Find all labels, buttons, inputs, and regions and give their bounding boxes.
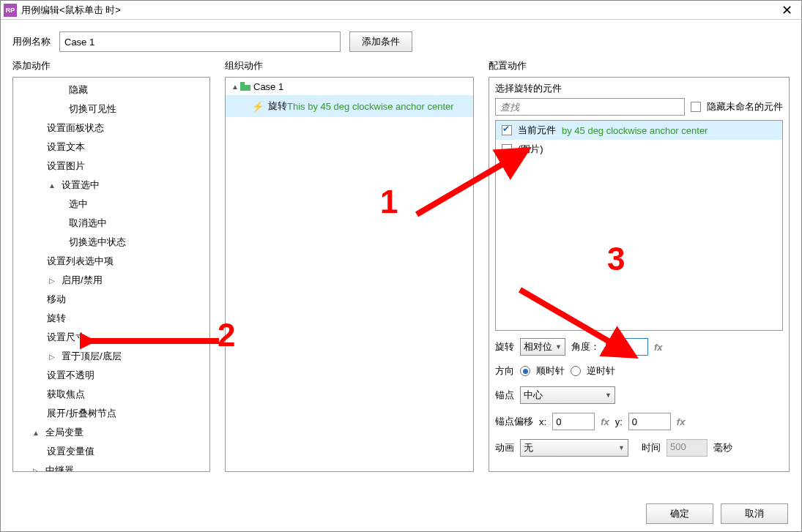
tree-item[interactable]: 移动 (13, 290, 209, 309)
action-verb: 旋转 (268, 100, 287, 113)
fx-button[interactable]: fx (654, 342, 663, 353)
tree-item[interactable]: 切换可见性 (13, 100, 209, 119)
cancel-button[interactable]: 取消 (721, 503, 788, 524)
arrow-2-icon (80, 330, 226, 352)
offset-label: 锚点偏移 (495, 415, 533, 428)
expand-icon: ▷ (31, 467, 41, 473)
action-row[interactable]: ⚡ 旋转 This by 45 deg clockwise anchor cen… (226, 95, 473, 117)
arrow-1-icon (409, 141, 541, 222)
svg-line-0 (417, 150, 527, 214)
arrow-3-icon (509, 279, 648, 367)
widget-desc: by 45 deg clockwise anchor center (562, 125, 708, 136)
tree-item[interactable]: 设置不透明 (13, 366, 209, 385)
tree-item[interactable]: 隐藏 (13, 80, 209, 100)
y-label: y: (615, 416, 623, 427)
tree-item[interactable]: 设置图片 (13, 157, 209, 176)
widget-label: 当前元件 (518, 124, 556, 137)
hide-unnamed-label: 隐藏未命名的元件 (707, 100, 783, 113)
tree-item[interactable]: 设置文本 (13, 138, 209, 157)
anim-label: 动画 (495, 441, 514, 454)
tree-item[interactable]: 取消选中 (13, 214, 209, 233)
svg-line-2 (520, 290, 634, 356)
tree-item[interactable]: 展开/折叠树节点 (13, 404, 209, 423)
tree-group[interactable]: ▷中继器 (13, 461, 209, 472)
case-icon (240, 82, 250, 91)
ccw-radio[interactable] (571, 366, 581, 376)
configure-panel: 选择旋转的元件 隐藏未命名的元件 当前元件 by 45 deg clockwis… (489, 77, 790, 472)
time-label: 时间 (642, 441, 661, 454)
anchor-select[interactable]: 中心▼ (520, 386, 615, 404)
chevron-down-icon: ▼ (605, 391, 612, 399)
widget-search-input[interactable] (495, 98, 685, 116)
app-icon: RP (4, 4, 17, 17)
tree-item[interactable]: 设置列表选中项 (13, 252, 209, 271)
expand-icon: ▷ (47, 353, 57, 361)
widget-row-current[interactable]: 当前元件 by 45 deg clockwise anchor center (496, 121, 782, 140)
anchor-label: 锚点 (495, 389, 514, 402)
close-button[interactable]: ✕ (772, 1, 801, 19)
action-tree-panel: 隐藏 切换可见性 设置面板状态 设置文本 设置图片 ▲设置选中 选中 取消选中 … (12, 77, 210, 472)
lightning-icon: ⚡ (252, 101, 264, 112)
widget-checkbox[interactable] (502, 125, 512, 135)
chevron-down-icon: ▼ (618, 444, 625, 452)
configure-head: 选择旋转的元件 (489, 78, 789, 98)
cw-radio[interactable] (520, 366, 530, 376)
case-name-label: 用例名称 (12, 35, 51, 48)
col3-head: 配置动作 (489, 59, 790, 77)
action-desc: This by 45 deg clockwise anchor center (287, 101, 454, 112)
fx-button[interactable]: fx (601, 416, 609, 427)
tree-item[interactable]: 设置面板状态 (13, 119, 209, 138)
tree-group[interactable]: ▷启用/禁用 (13, 271, 209, 290)
dialog-footer: 确定 取消 (646, 503, 788, 524)
add-condition-button[interactable]: 添加条件 (349, 31, 412, 52)
case-label: Case 1 (253, 81, 283, 92)
tree-group[interactable]: ▲设置选中 (13, 176, 209, 195)
collapse-icon: ▲ (230, 83, 240, 91)
offset-x-input[interactable] (552, 413, 595, 430)
case-name-row: 用例名称 添加条件 (1, 20, 801, 59)
time-input-disabled: 500 (667, 439, 708, 457)
ms-label: 毫秒 (713, 441, 732, 454)
tree-group[interactable]: ▲全局变量 (13, 423, 209, 442)
hide-unnamed-checkbox[interactable] (691, 102, 701, 112)
organize-panel: ▲ Case 1 ⚡ 旋转 This by 45 deg clockwise a… (225, 77, 474, 472)
ok-button[interactable]: 确定 (646, 503, 713, 524)
tree-item[interactable]: 切换选中状态 (13, 233, 209, 252)
col2-head: 组织动作 (225, 59, 474, 77)
x-label: x: (539, 416, 546, 427)
collapse-icon: ▲ (47, 181, 57, 190)
fx-button[interactable]: fx (677, 416, 686, 427)
tree-item[interactable]: 设置变量值 (13, 442, 209, 461)
tree-item[interactable]: 选中 (13, 195, 209, 214)
case-row[interactable]: ▲ Case 1 (226, 78, 473, 95)
anim-select[interactable]: 无▼ (520, 439, 628, 457)
case-name-input[interactable] (59, 31, 341, 52)
tree-item-rotate[interactable]: 旋转 (13, 309, 209, 328)
window-title: 用例编辑<鼠标单击 时> (21, 4, 772, 17)
col1-head: 添加动作 (12, 59, 210, 77)
titlebar: RP 用例编辑<鼠标单击 时> ✕ (1, 1, 801, 20)
offset-y-input[interactable] (628, 413, 671, 430)
tree-item[interactable]: 获取焦点 (13, 385, 209, 404)
expand-icon: ▷ (47, 277, 57, 285)
collapse-icon: ▲ (31, 429, 41, 437)
